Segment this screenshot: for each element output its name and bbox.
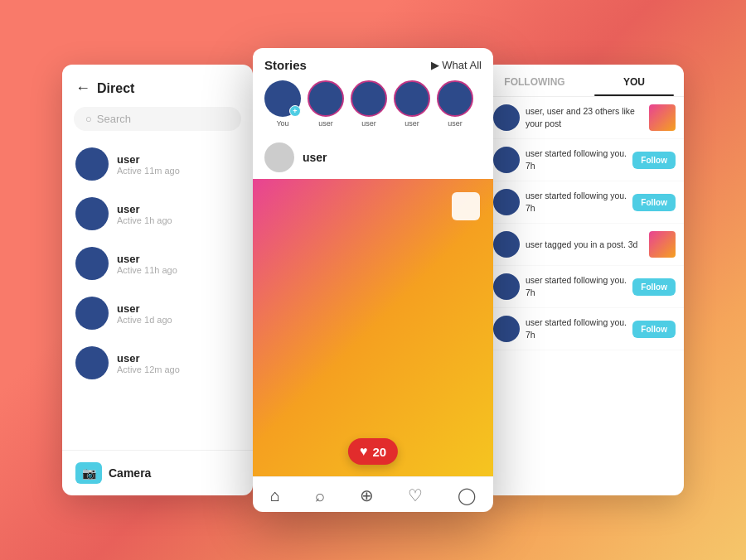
dm-name: user bbox=[117, 203, 172, 215]
notif-text: user started following you. 7h bbox=[526, 274, 627, 298]
avatar bbox=[75, 197, 109, 230]
add-nav-icon[interactable]: ⊕ bbox=[360, 485, 374, 505]
avatar bbox=[493, 147, 520, 173]
notif-text: user started following you. 7h bbox=[526, 190, 627, 214]
list-item[interactable]: user Active 11m ago bbox=[62, 139, 253, 189]
dm-name: user bbox=[117, 253, 177, 265]
dm-status: Active 11h ago bbox=[117, 265, 177, 275]
notif-text: user, user and 23 others like your post bbox=[526, 105, 643, 129]
dm-message-row[interactable]: user bbox=[253, 136, 493, 172]
notif-text: user tagged you in a post. 3d bbox=[526, 239, 643, 251]
dm-info: user Active 1d ago bbox=[117, 302, 172, 325]
notifications-panel: FOLLOWING YOU user, user and 23 others l… bbox=[485, 65, 684, 495]
stories-title: Stories bbox=[264, 58, 307, 72]
story-item[interactable]: user bbox=[394, 80, 430, 128]
avatar bbox=[75, 297, 109, 330]
direct-messages-panel: ← Direct ○ Search user Active 11m ago us… bbox=[62, 65, 253, 495]
list-item[interactable]: user Active 11h ago bbox=[62, 239, 253, 288]
tab-you[interactable]: YOU bbox=[584, 65, 684, 96]
story-avatar bbox=[351, 80, 387, 117]
dm-title: Direct bbox=[97, 81, 134, 96]
story-item[interactable]: user bbox=[437, 80, 473, 128]
notif-item: user tagged you in a post. 3d bbox=[485, 224, 684, 266]
notif-text: user started following you. 7h bbox=[526, 316, 627, 340]
like-count: 20 bbox=[372, 445, 386, 459]
notif-item: user, user and 23 others like your post bbox=[485, 97, 684, 139]
search-bar[interactable]: ○ Search bbox=[74, 107, 241, 131]
notif-item: user started following you. 7h Follow bbox=[485, 308, 684, 350]
notif-text: user started following you. 7h bbox=[526, 147, 627, 171]
follow-button[interactable]: Follow bbox=[632, 194, 676, 211]
search-nav-icon[interactable]: ⌕ bbox=[315, 486, 325, 505]
notif-list: user, user and 23 others like your post … bbox=[485, 97, 684, 495]
dm-status: Active 1d ago bbox=[117, 315, 172, 325]
feed-panel: Stories ▶ What All + You user user bbox=[253, 48, 493, 512]
story-item[interactable]: user bbox=[308, 80, 344, 128]
avatar bbox=[75, 147, 109, 181]
home-nav-icon[interactable]: ⌂ bbox=[270, 486, 280, 505]
msg-name: user bbox=[303, 151, 327, 164]
story-item[interactable]: user bbox=[351, 80, 387, 128]
dm-name: user bbox=[117, 302, 172, 315]
list-item[interactable]: user Active 1d ago bbox=[62, 288, 253, 338]
notif-tabs: FOLLOWING YOU bbox=[485, 65, 684, 97]
list-item[interactable]: user Active 12m ago bbox=[62, 338, 253, 388]
notif-thumb bbox=[649, 231, 676, 258]
avatar bbox=[493, 316, 520, 342]
story-avatar bbox=[437, 80, 473, 117]
notif-item: user started following you. 7h Follow bbox=[485, 266, 684, 308]
dm-status: Active 12m ago bbox=[117, 364, 180, 374]
dm-footer: 📷 Camera bbox=[62, 450, 253, 495]
follow-button[interactable]: Follow bbox=[632, 321, 676, 338]
story-avatar bbox=[394, 80, 430, 117]
profile-nav-icon[interactable]: ◯ bbox=[458, 485, 476, 505]
avatar bbox=[493, 104, 520, 131]
like-badge[interactable]: ♥ 20 bbox=[348, 438, 398, 465]
dm-info: user Active 11h ago bbox=[117, 253, 177, 275]
avatar bbox=[493, 189, 520, 215]
story-label: user bbox=[448, 119, 463, 128]
camera-label: Camera bbox=[109, 466, 151, 480]
dm-header: ← Direct bbox=[62, 65, 253, 107]
story-label: user bbox=[361, 119, 376, 128]
dm-status: Active 1h ago bbox=[117, 215, 172, 225]
dm-info: user Active 1h ago bbox=[117, 203, 172, 225]
dm-name: user bbox=[117, 352, 180, 364]
dm-info: user Active 11m ago bbox=[117, 153, 180, 176]
add-story-icon: + bbox=[289, 105, 301, 117]
dm-info: user Active 12m ago bbox=[117, 352, 180, 374]
story-label: user bbox=[404, 119, 419, 128]
avatar bbox=[493, 273, 520, 300]
avatar bbox=[75, 247, 109, 280]
main-container: ← Direct ○ Search user Active 11m ago us… bbox=[0, 0, 746, 560]
notif-item: user started following you. 7h Follow bbox=[485, 181, 684, 224]
notif-item: user started following you. 7h Follow bbox=[485, 139, 684, 181]
stories-row: + You user user user user bbox=[253, 77, 493, 136]
avatar bbox=[75, 346, 109, 379]
what-all-link[interactable]: ▶ What All bbox=[431, 59, 482, 71]
heart-nav-icon[interactable]: ♡ bbox=[408, 485, 423, 505]
story-item-you[interactable]: + You bbox=[264, 80, 301, 128]
bottom-nav: ⌂ ⌕ ⊕ ♡ ◯ bbox=[253, 476, 493, 512]
follow-button[interactable]: Follow bbox=[632, 278, 676, 296]
bookmark-icon bbox=[452, 192, 480, 220]
follow-button[interactable]: Follow bbox=[632, 152, 676, 169]
avatar bbox=[493, 231, 520, 258]
search-placeholder: Search bbox=[97, 113, 131, 125]
dm-list: user Active 11m ago user Active 1h ago u… bbox=[62, 139, 253, 450]
camera-icon[interactable]: 📷 bbox=[75, 462, 102, 484]
notif-thumb bbox=[649, 104, 676, 131]
list-item[interactable]: user Active 1h ago bbox=[62, 189, 253, 239]
feed-image: ♥ 20 bbox=[253, 179, 493, 476]
dm-status: Active 11m ago bbox=[117, 166, 180, 176]
search-icon: ○ bbox=[85, 113, 92, 125]
tab-following[interactable]: FOLLOWING bbox=[485, 65, 584, 96]
back-arrow-icon[interactable]: ← bbox=[75, 80, 90, 97]
story-label: You bbox=[276, 119, 288, 128]
story-avatar bbox=[308, 80, 344, 117]
story-avatar-you: + bbox=[264, 80, 301, 117]
story-label: user bbox=[318, 119, 333, 128]
dm-name: user bbox=[117, 153, 180, 166]
stories-header: Stories ▶ What All bbox=[253, 48, 493, 77]
heart-icon: ♥ bbox=[360, 444, 368, 459]
